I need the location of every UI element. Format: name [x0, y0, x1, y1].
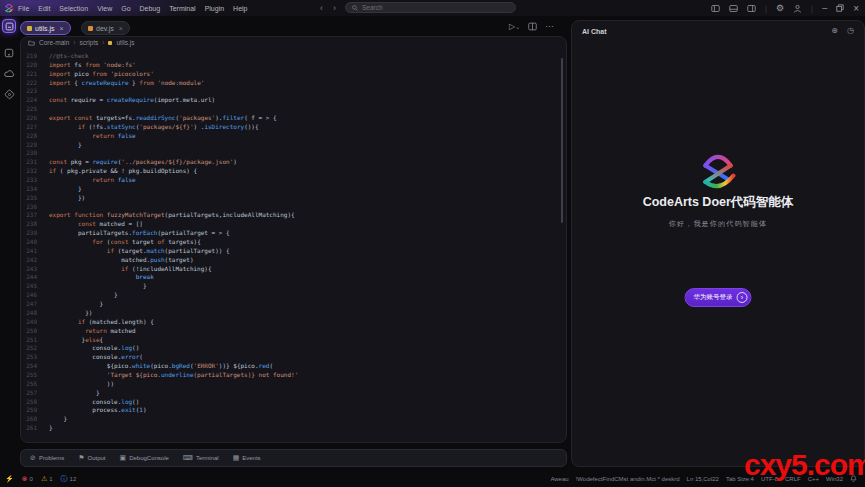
menu-view[interactable]: View: [97, 5, 112, 12]
line-number: 241: [20, 247, 37, 256]
code-text: import fs from 'node:fs': [37, 61, 136, 70]
warnings-status[interactable]: ⚠1: [41, 475, 53, 483]
toggle-secondary-sidebar-icon[interactable]: [747, 4, 756, 13]
breadcrumb-item[interactable]: scripts: [80, 39, 99, 46]
infos-status[interactable]: ⓘ12: [61, 474, 77, 484]
code-line: 220import fs from 'node:fs': [20, 61, 558, 70]
tab-dev-js[interactable]: dev.js ×: [81, 21, 130, 35]
nav-back-icon[interactable]: ‹: [320, 0, 323, 16]
code-text: if (matched.length) {: [37, 318, 154, 327]
menu-go[interactable]: Go: [121, 5, 130, 12]
toggle-panel-icon[interactable]: [729, 4, 738, 13]
folder-icon: [28, 40, 35, 46]
code-line: 251 }else{: [20, 336, 558, 345]
code-line: 258 console.log(): [20, 398, 558, 407]
account-icon[interactable]: [793, 4, 802, 13]
panel-tab-problems[interactable]: ⊘Problems: [30, 454, 64, 462]
settings-gear-icon[interactable]: ⚙: [776, 3, 784, 13]
breadcrumb[interactable]: Core-main › scripts › utils.js: [28, 39, 135, 46]
panel-tab-debugconsole[interactable]: ▣DebugConsole: [120, 454, 169, 462]
minimize-button[interactable]: –: [822, 3, 827, 13]
code-line: 238 const matched = []: [20, 220, 558, 229]
nav-forward-icon[interactable]: ›: [333, 0, 336, 16]
line-number: 236: [20, 203, 37, 212]
code-text: 'Target ${pico.underline(partialTargets)…: [37, 371, 298, 380]
code-line: 240 for (const target of targets){: [20, 238, 558, 247]
line-number: 249: [20, 318, 37, 327]
line-number: 224: [20, 96, 37, 105]
menu-edit[interactable]: Edit: [38, 5, 50, 12]
panel-tab-terminal[interactable]: ⌨Terminal: [183, 454, 219, 462]
code-text: }): [37, 194, 85, 203]
tab-utils-js[interactable]: utils.js ×: [20, 21, 71, 35]
menu-plugin[interactable]: Plugin: [205, 5, 224, 12]
extensions-icon[interactable]: [4, 89, 15, 100]
line-number: 222: [20, 79, 37, 88]
menu-bar: FileEditSelectionViewGoDebugTerminalPlug…: [18, 0, 248, 16]
status-item[interactable]: Ln 15,Col22: [687, 476, 719, 482]
app-logo-icon: [4, 3, 14, 13]
line-number: 235: [20, 194, 37, 203]
terminal-icon: ⌨: [183, 454, 193, 462]
login-button[interactable]: 华为账号登录 ›: [685, 288, 752, 307]
search-input[interactable]: Search: [345, 2, 516, 13]
line-number: 252: [20, 344, 37, 353]
divider: |: [765, 4, 767, 13]
tab-label: utils.js: [35, 25, 54, 32]
menu-debug[interactable]: Debug: [140, 5, 161, 12]
code-text: break: [37, 273, 154, 282]
code-text: if (!fs.statSync('packages/${f}') .isDir…: [37, 123, 259, 132]
status-item[interactable]: Aweau: [550, 476, 568, 482]
line-number: 260: [20, 415, 37, 424]
menu-file[interactable]: File: [18, 5, 29, 12]
history-icon[interactable]: ◷: [847, 26, 854, 35]
code-text: console.log(): [37, 344, 139, 353]
line-number: 219: [20, 52, 37, 61]
close-button[interactable]: ×: [853, 3, 859, 14]
close-tab-icon[interactable]: ×: [59, 25, 63, 32]
login-button-label: 华为账号登录: [694, 293, 733, 302]
code-text: import { createRequire } from 'node:modu…: [37, 79, 204, 88]
ai-welcome-subtitle: 你好，我是你的代码智能体: [572, 219, 864, 229]
restore-button[interactable]: [836, 4, 844, 12]
line-number: 256: [20, 380, 37, 389]
remote-icon[interactable]: ⚡: [5, 475, 14, 483]
code-text: return false: [37, 176, 136, 185]
code-text: }: [37, 415, 67, 424]
split-editor-icon[interactable]: [528, 22, 537, 31]
editor-scrollbar[interactable]: [561, 58, 563, 223]
toggle-sidebar-icon[interactable]: [711, 4, 720, 13]
code-line: 242 matched.push(target): [20, 256, 558, 265]
line-number: 242: [20, 256, 37, 265]
menu-selection[interactable]: Selection: [59, 5, 88, 12]
code-text: }: [37, 282, 147, 291]
more-actions-icon[interactable]: ⋯: [545, 22, 553, 31]
explorer-icon[interactable]: [2, 19, 16, 33]
errors-status[interactable]: ⊗0: [22, 475, 33, 483]
close-tab-icon[interactable]: ×: [119, 25, 123, 32]
line-number: 244: [20, 273, 37, 282]
no-entry-icon: ⊘: [30, 454, 36, 462]
new-chat-icon[interactable]: ⊕: [831, 26, 838, 35]
menu-help[interactable]: Help: [233, 5, 247, 12]
code-text: }: [37, 300, 103, 309]
panel-tab-events[interactable]: ▦Events: [233, 454, 261, 462]
code-text: [37, 105, 49, 114]
code-line: 221import pico from 'picocolors': [20, 70, 558, 79]
panel-tab-output[interactable]: ⚑Output: [78, 454, 105, 462]
breadcrumb-item[interactable]: utils.js: [116, 39, 134, 46]
activity-bar: [0, 16, 18, 470]
breadcrumb-item[interactable]: Core-main: [39, 39, 69, 46]
panel-tab-label: DebugConsole: [129, 455, 169, 461]
line-number: 239: [20, 229, 37, 238]
menu-terminal[interactable]: Terminal: [169, 5, 195, 12]
code-editor[interactable]: 219//@ts-check220import fs from 'node:fs…: [20, 52, 558, 433]
run-file-icon[interactable]: ▷⌄: [509, 22, 520, 31]
run-debug-icon[interactable]: [4, 48, 14, 58]
line-number: 232: [20, 167, 37, 176]
ai-chat-panel: AI Chat ⊕ ◷ CodeArts Doer代码智能体 你好，我是你的代码…: [571, 20, 865, 467]
code-line: 259 process.exit(1): [20, 406, 558, 415]
divider: |: [811, 4, 813, 13]
status-item[interactable]: !WodefectFindCMst andin.Mct * deskrd: [576, 476, 680, 482]
cloud-sync-icon[interactable]: [4, 69, 15, 79]
